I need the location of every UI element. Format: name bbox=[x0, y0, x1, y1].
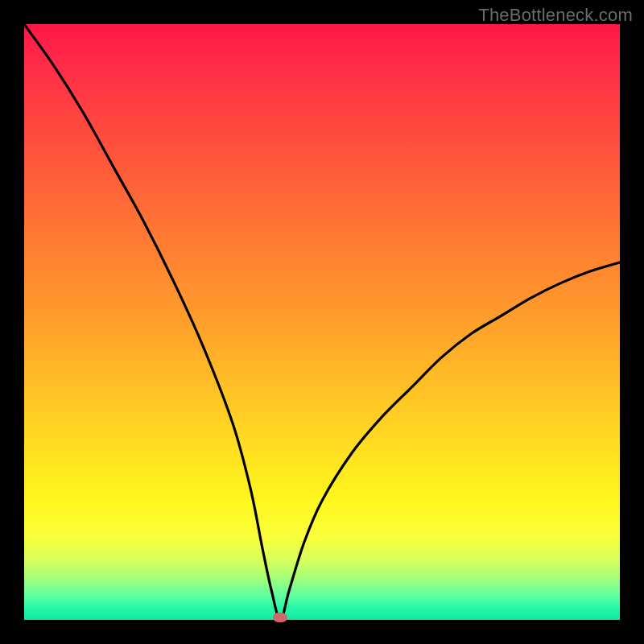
watermark-text: TheBottleneck.com bbox=[478, 5, 633, 26]
chart-frame: TheBottleneck.com bbox=[0, 0, 644, 644]
plot-area bbox=[24, 24, 620, 620]
bottleneck-curve bbox=[24, 24, 620, 620]
minimum-marker bbox=[273, 613, 287, 622]
